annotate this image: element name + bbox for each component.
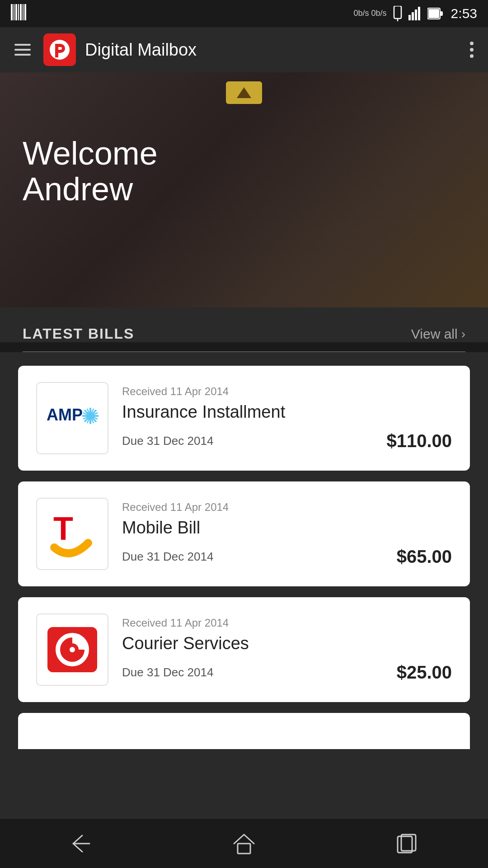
rotate-icon [391,6,404,21]
svg-text:T: T [53,510,73,547]
telstra-logo: T [36,498,108,570]
bill-due: Due 31 Dec 2014 [122,665,213,679]
svg-point-31 [70,647,75,652]
bill-footer: Due 31 Dec 2014 $65.00 [122,547,452,567]
svg-rect-5 [23,4,23,20]
bottom-nav [0,818,488,868]
app-bar: Digital Mailbox [0,27,488,72]
menu-button[interactable] [11,40,34,59]
bill-card-telstra[interactable]: T Received 11 Apr 2014 Mobile Bill Due 3… [18,481,470,586]
amp-logo: AMP [36,382,108,454]
view-all-link[interactable]: View all › [411,326,465,342]
bill-info-amp: Received 11 Apr 2014 Insurance Installme… [122,385,452,451]
bill-footer: Due 31 Dec 2014 $25.00 [122,662,452,683]
svg-rect-4 [20,4,22,20]
bill-info-telstra: Received 11 Apr 2014 Mobile Bill Due 31 … [122,501,452,567]
barcode-icon [11,4,27,23]
svg-text:AMP: AMP [47,406,83,424]
austpost-logo [36,613,108,686]
bill-amount: $65.00 [397,547,452,567]
home-button[interactable] [226,826,262,862]
back-button[interactable] [63,826,99,862]
bill-name: Courier Services [122,634,452,653]
latest-bills-header: LATEST BILLS View all › [0,307,488,342]
svg-rect-6 [24,4,26,20]
data-speed: 0b/s 0b/s [354,9,387,19]
bill-received: Received 11 Apr 2014 [122,385,452,398]
bill-amount: $25.00 [397,662,452,683]
bill-footer: Due 31 Dec 2014 $110.00 [122,431,452,451]
svg-rect-2 [15,4,17,20]
app-title: Digital Mailbox [85,40,457,60]
bill-card-amp[interactable]: AMP Received 11 Apr 2014 Insurance Insta… [18,366,470,471]
bill-due: Due 31 Dec 2014 [122,434,213,448]
svg-rect-1 [14,4,14,20]
svg-rect-33 [238,844,250,854]
app-logo [43,33,76,66]
svg-rect-9 [408,15,411,20]
bill-name: Mobile Bill [122,518,452,538]
svg-rect-15 [440,11,443,16]
section-title: LATEST BILLS [23,326,134,342]
clock: 2:53 [451,6,477,21]
status-bar: 0b/s 0b/s 2:53 [0,0,488,27]
svg-rect-0 [11,4,13,20]
welcome-message: Welcome Andrew [23,136,465,207]
bill-due: Due 31 Dec 2014 [122,550,213,564]
signal-icon [408,7,423,20]
bill-received: Received 11 Apr 2014 [122,501,452,514]
chevron-right-icon: › [461,327,465,341]
svg-rect-11 [415,9,417,20]
bill-card-partial [18,713,470,749]
svg-rect-10 [412,12,414,20]
bill-received: Received 11 Apr 2014 [122,617,452,629]
bill-amount: $110.00 [386,431,452,451]
hero-section: Welcome Andrew [0,72,488,307]
battery-icon [427,7,443,20]
user-name: Andrew [23,171,465,207]
svg-rect-14 [428,9,439,18]
bills-list: AMP Received 11 Apr 2014 Insurance Insta… [0,352,488,818]
svg-marker-17 [237,87,251,98]
status-icons: 0b/s 0b/s 2:53 [354,6,477,21]
svg-rect-3 [18,4,19,20]
bill-name: Insurance Installment [122,402,452,422]
bill-card-austpost[interactable]: Received 11 Apr 2014 Courier Services Du… [18,597,470,702]
recents-button[interactable] [389,826,425,862]
bill-info-austpost: Received 11 Apr 2014 Courier Services Du… [122,617,452,683]
overflow-menu-button[interactable] [466,38,477,61]
welcome-label: Welcome [23,136,465,171]
svg-rect-12 [418,7,420,20]
svg-rect-7 [394,6,401,19]
scroll-up-button[interactable] [226,81,262,104]
